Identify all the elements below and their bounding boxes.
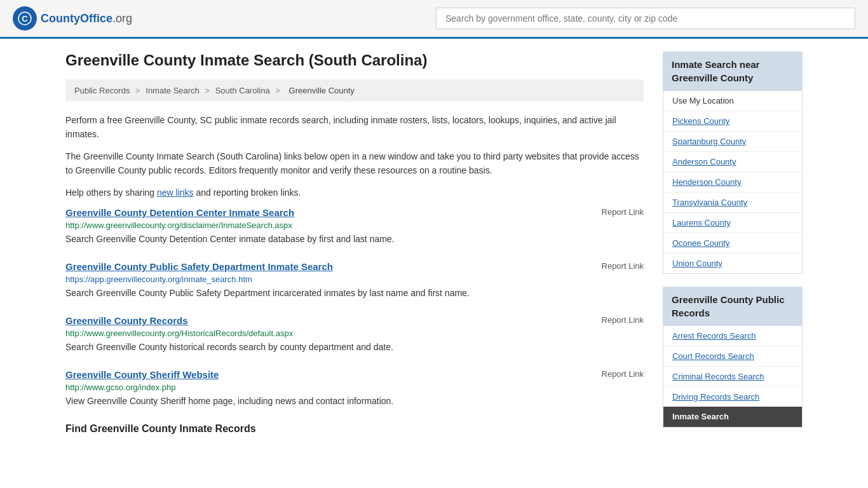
inmate-search-active-link[interactable]: Inmate Search [663, 407, 802, 427]
result-header-0: Greenville County Detention Center Inmat… [65, 207, 644, 218]
result-title-1[interactable]: Greenville County Public Safety Departme… [65, 261, 333, 272]
sidebar-public-records-header: Greenville County Public Records [663, 287, 803, 326]
nearby-county-link-4[interactable]: Transylvania County [663, 193, 802, 213]
result-item-1: Greenville County Public Safety Departme… [65, 261, 644, 300]
sidebar-nearby-section: Inmate Search near Greenville County Use… [663, 51, 803, 274]
sidebar-nearby-links: Use My Location Pickens CountySpartanbur… [663, 91, 803, 274]
result-item-0: Greenville County Detention Center Inmat… [65, 207, 644, 246]
result-item-2: Greenville County Records Report Link ht… [65, 315, 644, 354]
page-title: Greenville County Inmate Search (South C… [65, 51, 644, 69]
site-header: C CountyOffice.org [0, 0, 868, 39]
sidebar: Inmate Search near Greenville County Use… [663, 51, 803, 440]
nearby-county-link-3[interactable]: Henderson County [663, 172, 802, 193]
result-header-3: Greenville County Sheriff Website Report… [65, 369, 644, 380]
results-container: Greenville County Detention Center Inmat… [65, 207, 644, 408]
result-url-3[interactable]: http://www.gcso.org/index.php [65, 383, 644, 392]
logo-suffix: .org [112, 12, 132, 25]
breadcrumb: Public Records > Inmate Search > South C… [65, 79, 644, 102]
intro-para2: The Greenville County Inmate Search (Sou… [65, 149, 644, 178]
report-link-3[interactable]: Report Link [602, 369, 644, 379]
result-title-2[interactable]: Greenville County Records [65, 315, 188, 326]
report-link-1[interactable]: Report Link [602, 261, 644, 271]
result-header-1: Greenville County Public Safety Departme… [65, 261, 644, 272]
result-title-0[interactable]: Greenville County Detention Center Inmat… [65, 207, 294, 218]
report-link-2[interactable]: Report Link [602, 315, 644, 325]
result-title-3[interactable]: Greenville County Sheriff Website [65, 369, 219, 380]
public-records-link-1[interactable]: Court Records Search [663, 346, 802, 367]
search-bar [436, 8, 855, 29]
breadcrumb-public-records[interactable]: Public Records [74, 86, 130, 95]
logo-text: CountyOffice.org [41, 12, 132, 25]
main-container: Greenville County Inmate Search (South C… [53, 39, 815, 453]
result-url-0[interactable]: http://www.greenvillecounty.org/disclaim… [65, 220, 644, 230]
sidebar-public-records-section: Greenville County Public Records Arrest … [663, 287, 803, 428]
result-url-2[interactable]: http://www.greenvillecounty.org/Historic… [65, 329, 644, 338]
result-description-1: Search Greenville County Public Safety D… [65, 287, 644, 300]
result-description-0: Search Greenville County Detention Cente… [65, 233, 644, 246]
sidebar-public-records-links: Arrest Records SearchCourt Records Searc… [663, 326, 803, 428]
sidebar-nearby-header: Inmate Search near Greenville County [663, 51, 803, 91]
result-description-3: View Greenville County Sheriff home page… [65, 395, 644, 408]
nearby-county-link-6[interactable]: Oconee County [663, 233, 802, 254]
nearby-county-link-1[interactable]: Spartanburg County [663, 132, 802, 152]
nearby-county-link-2[interactable]: Anderson County [663, 152, 802, 172]
public-records-link-3[interactable]: Driving Records Search [663, 387, 802, 407]
logo-name: CountyOffice [41, 12, 112, 25]
intro-para3: Help others by sharing new links and rep… [65, 186, 644, 200]
nearby-counties-list: Pickens CountySpartanburg CountyAnderson… [663, 111, 802, 273]
logo-area: C CountyOffice.org [13, 6, 132, 30]
public-records-list: Arrest Records SearchCourt Records Searc… [663, 326, 802, 407]
new-links-link[interactable]: new links [157, 187, 194, 198]
intro-para1: Perform a free Greenville County, SC pub… [65, 113, 644, 142]
nearby-county-link-5[interactable]: Laurens County [663, 213, 802, 233]
public-records-link-2[interactable]: Criminal Records Search [663, 367, 802, 387]
svg-text:C: C [22, 14, 28, 24]
logo-icon: C [13, 6, 37, 30]
result-header-2: Greenville County Records Report Link [65, 315, 644, 326]
result-description-2: Search Greenville County historical reco… [65, 341, 644, 354]
report-link-0[interactable]: Report Link [602, 207, 644, 217]
search-input[interactable] [436, 8, 855, 29]
breadcrumb-inmate-search[interactable]: Inmate Search [146, 86, 200, 95]
result-item-3: Greenville County Sheriff Website Report… [65, 369, 644, 408]
bottom-section-title: Find Greenville County Inmate Records [65, 423, 644, 435]
nearby-county-link-0[interactable]: Pickens County [663, 111, 802, 132]
breadcrumb-south-carolina[interactable]: South Carolina [215, 86, 270, 95]
breadcrumb-current: Greenville County [289, 86, 355, 95]
public-records-link-0[interactable]: Arrest Records Search [663, 326, 802, 346]
nearby-county-link-7[interactable]: Union County [663, 254, 802, 273]
use-my-location-link[interactable]: Use My Location [663, 91, 802, 111]
result-url-1[interactable]: https://app.greenvillecounty.org/inmate_… [65, 274, 644, 284]
content-area: Greenville County Inmate Search (South C… [65, 51, 644, 440]
